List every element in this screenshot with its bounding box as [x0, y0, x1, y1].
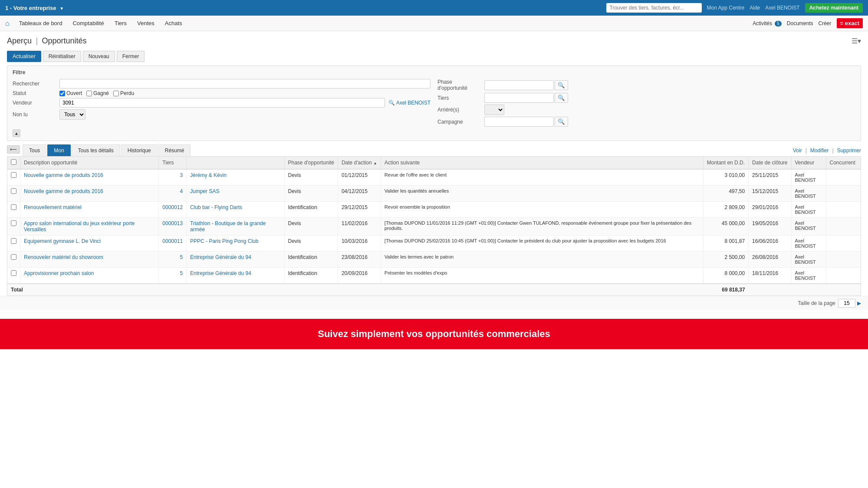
tab-supprimer-link[interactable]: Supprimer	[837, 147, 861, 154]
row-desc-5: Renouveler matériel du showroom	[20, 252, 159, 268]
tabs-collapse-btn[interactable]: ⟵	[7, 144, 20, 154]
select-all-checkbox[interactable]	[11, 159, 16, 165]
th-montant[interactable]: Montant en D.D.	[703, 157, 748, 169]
row-checkbox-4[interactable]	[11, 238, 16, 244]
main-nav-left: ⌂ Tableaux de bord Comptabilité Tiers Ve…	[5, 16, 187, 30]
nouveau-button[interactable]: Nouveau	[83, 51, 115, 62]
row-desc-6: Approvisionner prochain salon	[20, 268, 159, 284]
row-tiers-num-link-0[interactable]: 3	[180, 172, 183, 178]
pagination-size-input[interactable]	[838, 299, 855, 308]
th-concurrent[interactable]: Concurrent	[826, 157, 861, 169]
tab-voir-link[interactable]: Voir	[793, 147, 802, 154]
filter-phase-input[interactable]	[484, 80, 554, 90]
row-tiers-num-link-2[interactable]: 0000012	[162, 204, 183, 210]
filter-statut-group: Ouvert Gagné Perdu	[59, 90, 134, 96]
row-tiers-name-link-4[interactable]: PPPC - Paris Ping Pong Club	[190, 238, 258, 244]
tab-modifier-link[interactable]: Modifier	[810, 147, 829, 154]
filter-campagne-input[interactable]	[484, 117, 554, 127]
filter-phase-input-group: 🔍	[484, 80, 568, 90]
th-action-suivante[interactable]: Action suivante	[381, 157, 703, 169]
filter-ouvert-checkbox[interactable]	[59, 91, 65, 96]
row-desc-link-2[interactable]: Renouvellement matériel	[24, 204, 82, 210]
activities-link[interactable]: Activités 5	[753, 20, 782, 26]
filter-vendeur-input[interactable]	[59, 98, 385, 108]
row-checkbox-2[interactable]	[11, 204, 16, 210]
aide-link[interactable]: Aide	[750, 5, 760, 11]
filter-vendeur-label: Vendeur	[13, 100, 56, 106]
reinitialiser-button[interactable]: Réinitialiser	[43, 51, 81, 62]
row-checkbox-5[interactable]	[11, 254, 16, 260]
tab-mon[interactable]: Mon	[47, 144, 70, 156]
row-desc-link-0[interactable]: Nouvelle gamme de produits 2016	[24, 172, 103, 178]
actualiser-button[interactable]: Actualiser	[7, 51, 41, 62]
row-checkbox-6[interactable]	[11, 270, 16, 276]
filter-ouvert-label[interactable]: Ouvert	[59, 90, 82, 96]
th-phase[interactable]: Phase d'opportunité	[284, 157, 338, 169]
filter-vendeur-link[interactable]: 🔍 Axel BENOIST	[388, 100, 431, 106]
nav-achats[interactable]: Achats	[161, 16, 187, 30]
row-tiers-name-link-0[interactable]: Jérémy & Kévin	[190, 172, 227, 178]
row-tiers-num-link-5[interactable]: 5	[180, 254, 183, 260]
nav-tableaux[interactable]: Tableaux de bord	[15, 16, 67, 30]
row-tiers-name-link-6[interactable]: Entreprise Générale du 94	[190, 270, 251, 276]
documents-link[interactable]: Documents	[787, 20, 813, 26]
row-tiers-num-link-4[interactable]: 0000011	[162, 238, 183, 244]
nav-ventes[interactable]: Ventes	[133, 16, 159, 30]
pagination-next-icon[interactable]: ▶	[857, 300, 861, 306]
th-date-action[interactable]: Date d'action ▲	[338, 157, 381, 169]
home-icon[interactable]: ⌂	[5, 20, 10, 27]
tab-resume[interactable]: Résumé	[158, 144, 191, 156]
filter-gagne-checkbox[interactable]	[86, 91, 92, 96]
row-tiers-num-link-3[interactable]: 0000013	[162, 220, 183, 226]
row-tiers-name-link-2[interactable]: Club bar - Flying Darts	[190, 204, 242, 210]
row-tiers-num-4: 0000011	[159, 236, 187, 252]
global-search-input[interactable]	[606, 3, 702, 13]
promo-banner: Suivez simplement vos opportunités comme…	[0, 319, 868, 349]
row-checkbox-3[interactable]	[11, 220, 16, 226]
nav-tiers[interactable]: Tiers	[110, 16, 131, 30]
row-tiers-num-link-6[interactable]: 5	[180, 270, 183, 276]
filter-gagne-label[interactable]: Gagné	[86, 90, 109, 96]
row-desc-link-5[interactable]: Renouveler matériel du showroom	[24, 254, 103, 260]
row-check-3	[7, 218, 20, 236]
filter-tiers-search-btn[interactable]: 🔍	[555, 93, 568, 103]
row-tiers-name-link-1[interactable]: Jumper SAS	[190, 188, 219, 194]
tab-historique[interactable]: Historique	[121, 144, 158, 156]
th-vendeur[interactable]: Vendeur	[791, 157, 826, 169]
tab-tous-details[interactable]: Tous les détails	[72, 144, 120, 156]
buy-button[interactable]: Achetez maintenant	[805, 3, 863, 13]
row-desc-link-6[interactable]: Approvisionner prochain salon	[24, 270, 94, 276]
fermer-button[interactable]: Fermer	[117, 51, 145, 62]
app-centre-link[interactable]: Mon App Centre	[707, 5, 745, 11]
tab-tous[interactable]: Tous	[23, 144, 46, 156]
row-desc-link-4[interactable]: Equipement gymnase L. De Vinci	[24, 238, 101, 244]
row-desc-link-1[interactable]: Nouvelle gamme de produits 2016	[24, 188, 103, 194]
create-link[interactable]: Créer	[819, 20, 832, 26]
filter-perdu-label[interactable]: Perdu	[113, 90, 134, 96]
filter-statut-label: Statut	[13, 90, 56, 96]
filter-non-lu-select[interactable]: Tous	[59, 109, 85, 120]
row-checkbox-0[interactable]	[11, 172, 16, 178]
nav-comptabilite[interactable]: Comptabilité	[68, 16, 108, 30]
row-tiers-name-link-3[interactable]: Triathlon - Boutique de la grande armée	[190, 220, 266, 233]
row-checkbox-1[interactable]	[11, 188, 16, 194]
breadcrumb-opportunites: Opportunités	[42, 36, 86, 45]
filter-perdu-checkbox[interactable]	[113, 91, 119, 96]
user-link[interactable]: Axel BENOIST	[765, 5, 799, 11]
filter-phase-search-btn[interactable]: 🔍	[555, 80, 568, 90]
th-description[interactable]: Description opportunité	[20, 157, 159, 169]
filter-campagne-row: Campagne 🔍	[437, 116, 855, 128]
th-date-cloture[interactable]: Date de clôture	[749, 157, 791, 169]
filter-arrieres-select[interactable]: ▼	[484, 105, 504, 115]
row-tiers-name-link-5[interactable]: Entreprise Générale du 94	[190, 254, 251, 260]
row-montant-5: 2 500,00	[703, 252, 748, 268]
row-desc-link-3[interactable]: Appro salon international du jeux extéri…	[24, 220, 135, 233]
page-view-toggle[interactable]: ☰▾	[852, 37, 861, 45]
th-tiers[interactable]: Tiers	[159, 157, 187, 169]
filter-collapse-btn[interactable]: ▲	[13, 129, 20, 137]
filter-tiers-input[interactable]	[484, 93, 554, 103]
company-name[interactable]: 1 - Votre entreprise ▼	[5, 5, 64, 11]
row-tiers-num-link-1[interactable]: 4	[180, 188, 183, 194]
filter-campagne-search-btn[interactable]: 🔍	[555, 117, 568, 127]
filter-rechercher-input[interactable]	[59, 79, 431, 88]
